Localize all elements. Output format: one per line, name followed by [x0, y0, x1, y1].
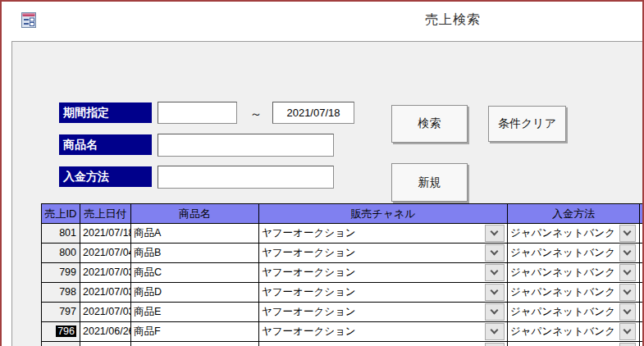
header-channel: 販売チャネル	[259, 204, 508, 223]
table-row: 801 2021/07/18 商品A ヤフーオークション ジャパンネットバンク	[42, 224, 644, 244]
cell-extra-sliver	[640, 303, 644, 321]
cell-sale-date[interactable]	[80, 342, 131, 346]
channel-dropdown-button[interactable]	[485, 225, 505, 242]
payment-dropdown-button[interactable]	[619, 225, 636, 242]
payment-dropdown-button[interactable]	[619, 244, 636, 262]
chevron-down-icon	[491, 286, 499, 294]
cell-product[interactable]: 商品E	[131, 303, 259, 321]
chevron-down-icon	[623, 306, 632, 314]
chevron-down-icon	[623, 266, 632, 275]
cell-sale-id[interactable]: 797	[42, 303, 80, 321]
period-from-input[interactable]	[158, 102, 237, 124]
cell-product[interactable]: 商品F	[131, 322, 259, 341]
table-row: 799 2021/07/03 商品C ヤフーオークション ジャパンネットバンク	[42, 263, 644, 283]
cell-payment[interactable]: ジャパンネットバンク	[508, 224, 640, 243]
selected-id-text: 796	[56, 326, 76, 337]
chevron-down-icon	[491, 266, 499, 275]
cell-product[interactable]: 商品B	[131, 244, 259, 262]
channel-dropdown-button[interactable]	[485, 303, 505, 321]
cell-sale-id[interactable]: 799	[42, 263, 80, 282]
chevron-down-icon	[623, 227, 632, 235]
header-extra-sliver	[640, 204, 644, 223]
cell-sale-id[interactable]: 796	[42, 322, 80, 341]
channel-dropdown-button[interactable]	[485, 244, 505, 262]
table-row: 800 2021/07/04 商品B ヤフーオークション ジャパンネットバンク	[42, 244, 644, 263]
payment-dropdown-button[interactable]	[619, 323, 636, 340]
period-to-input[interactable]	[272, 102, 354, 124]
cell-payment[interactable]: ジャパンネットバンク	[508, 303, 640, 321]
cell-sale-date[interactable]: 2021/07/18	[80, 224, 131, 243]
product-name-label: 商品名	[59, 134, 152, 155]
period-label: 期間指定	[59, 102, 152, 123]
cell-payment[interactable]	[508, 342, 640, 346]
cell-payment[interactable]: ジャパンネットバンク	[508, 283, 640, 302]
cell-sale-date[interactable]: 2021/07/03	[80, 263, 131, 282]
cell-sale-id[interactable]	[42, 342, 80, 346]
cell-extra-sliver	[640, 263, 644, 282]
cell-sale-date[interactable]: 2021/06/26	[80, 322, 131, 341]
payment-dropdown-button[interactable]	[619, 284, 636, 301]
cell-extra-sliver	[640, 283, 644, 302]
payment-method-input[interactable]	[158, 166, 334, 189]
header-product: 商品名	[131, 204, 259, 223]
payment-dropdown-button[interactable]	[619, 264, 636, 281]
cell-extra-sliver	[640, 342, 644, 346]
payment-method-label: 入金方法	[59, 166, 152, 187]
cell-payment[interactable]: ジャパンネットバンク	[508, 322, 640, 341]
cell-product[interactable]	[131, 342, 259, 346]
sales-search-window: 売上検索 期間指定 ～ 商品名 入金方法 検索 条件クリア 新規 検索結果 売上…	[0, 0, 644, 346]
window-titlebar: 売上検索	[2, 2, 644, 39]
table-row: 798 2021/07/03 商品D ヤフーオークション ジャパンネットバンク	[42, 283, 644, 303]
access-form-icon[interactable]	[21, 12, 36, 28]
cell-sale-date[interactable]: 2021/07/03	[80, 303, 131, 321]
cell-payment[interactable]: ジャパンネットバンク	[508, 263, 640, 282]
header-payment: 入金方法	[508, 204, 640, 223]
window-title: 売上検索	[371, 11, 535, 29]
cell-extra-sliver	[640, 224, 644, 243]
search-button[interactable]: 検索	[391, 105, 468, 143]
cell-sale-date[interactable]: 2021/07/04	[80, 244, 131, 262]
chevron-down-icon	[491, 326, 499, 334]
channel-dropdown-button[interactable]	[485, 264, 505, 281]
cell-channel[interactable]: ヤフーオークション	[259, 244, 508, 262]
chevron-down-icon	[623, 247, 632, 255]
cell-extra-sliver	[640, 322, 644, 341]
cell-channel[interactable]	[259, 342, 508, 346]
cell-product[interactable]: 商品D	[131, 283, 259, 302]
chevron-down-icon	[491, 306, 499, 314]
table-row: 796 2021/06/26 商品F ヤフーオークション ジャパンネットバンク	[42, 322, 644, 342]
results-table: 売上ID 売上日付 商品名 販売チャネル 入金方法 801 2021/07/18…	[41, 203, 644, 346]
channel-dropdown-button[interactable]	[485, 343, 505, 346]
chevron-down-icon	[623, 326, 632, 334]
payment-dropdown-button[interactable]	[619, 303, 636, 321]
clear-conditions-button[interactable]: 条件クリア	[488, 106, 566, 142]
product-name-input[interactable]	[158, 134, 334, 157]
cell-channel[interactable]: ヤフーオークション	[259, 224, 508, 243]
table-row: 797 2021/07/03 商品E ヤフーオークション ジャパンネットバンク	[42, 303, 644, 322]
new-record-button[interactable]: 新規	[391, 163, 468, 202]
chevron-down-icon	[491, 227, 499, 235]
channel-dropdown-button[interactable]	[485, 323, 505, 340]
header-sale-date: 売上日付	[80, 204, 131, 223]
period-separator: ～	[244, 107, 267, 122]
cell-channel[interactable]: ヤフーオークション	[259, 322, 508, 341]
cell-channel[interactable]: ヤフーオークション	[259, 303, 508, 321]
cell-channel[interactable]: ヤフーオークション	[259, 263, 508, 282]
cell-sale-id[interactable]: 801	[42, 224, 80, 243]
cell-product[interactable]: 商品A	[131, 224, 259, 243]
channel-dropdown-button[interactable]	[485, 284, 505, 301]
cell-extra-sliver	[640, 244, 644, 262]
table-row-partial	[42, 342, 644, 346]
cell-sale-id[interactable]: 798	[42, 283, 80, 302]
cell-channel[interactable]: ヤフーオークション	[259, 283, 508, 302]
chevron-down-icon	[491, 247, 499, 255]
cell-sale-date[interactable]: 2021/07/03	[80, 283, 131, 302]
chevron-down-icon	[623, 286, 632, 294]
table-header-row: 売上ID 売上日付 商品名 販売チャネル 入金方法	[42, 204, 644, 224]
header-sale-id: 売上ID	[42, 204, 80, 223]
cell-product[interactable]: 商品C	[131, 263, 259, 282]
payment-dropdown-button[interactable]	[619, 343, 636, 346]
cell-sale-id[interactable]: 800	[42, 244, 80, 262]
cell-payment[interactable]: ジャパンネットバンク	[508, 244, 640, 262]
